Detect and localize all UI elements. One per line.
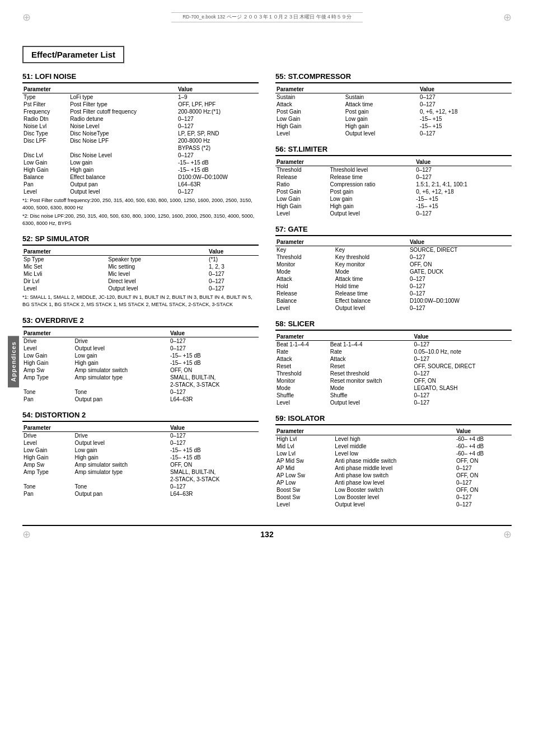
table-row: High GainHigh gain-15– +15 dB bbox=[22, 454, 259, 461]
table-row: ToneTone0–127 bbox=[22, 388, 259, 396]
table-row: Amp TypeAmp simulator typeSMALL, BUILT-I… bbox=[22, 374, 259, 381]
section-58-table: Parameter Value Beat 1-1–4-4Beat 1-1–4-4… bbox=[275, 333, 512, 406]
table-row: SustainSustain0–127 bbox=[275, 93, 512, 101]
section-58: 58: SLICER Parameter Value Beat 1-1–4-4B… bbox=[275, 320, 512, 406]
table-row: LevelOutput level0–127 bbox=[275, 501, 512, 508]
table-row: HoldHold time0–127 bbox=[275, 283, 512, 290]
table-row: Low GainLow gain-15– +15 dB bbox=[22, 447, 259, 454]
table-row: AttackAttack time0–127 bbox=[275, 275, 512, 283]
section-57-title: 57: GATE bbox=[275, 225, 512, 236]
table-row: Beat 1-1–4-4Beat 1-1–4-40–127 bbox=[275, 341, 512, 349]
corner-mark-br: ⊕ bbox=[503, 528, 512, 541]
table-row: PanOutput panL64–63R bbox=[22, 181, 259, 188]
table-row: ResetResetOFF, SOURCE, DIRECT bbox=[275, 363, 512, 370]
table-row: AttackAttack time0–127 bbox=[275, 101, 512, 108]
table-row: ThresholdThreshold level0–127 bbox=[275, 166, 512, 174]
table-row: LevelOutput level0–127 bbox=[275, 210, 512, 217]
page-title: Effect/Parameter List bbox=[31, 50, 115, 59]
table-row: 2-STACK, 3-STACK bbox=[22, 381, 259, 388]
table-row: PanOutput panL64–63R bbox=[22, 490, 259, 497]
table-row: ShuffleShuffle0–127 bbox=[275, 392, 512, 399]
table-row: PanOutput panL64–63R bbox=[22, 396, 259, 403]
table-row: ReleaseRelease time0–127 bbox=[275, 290, 512, 297]
table-row: ToneTone0–127 bbox=[22, 483, 259, 490]
table-row: LevelOutput level0–127 bbox=[275, 304, 512, 312]
table-row: ModeModeLEGATO, SLASH bbox=[275, 384, 512, 392]
table-row: Mic LvliMic level0–127 bbox=[22, 270, 259, 278]
table-row: BYPASS (*2) bbox=[22, 144, 259, 152]
section-51-note2: *2: Disc noise LPF:200, 250, 315, 400, 5… bbox=[22, 213, 259, 227]
section-51-title: 51: LOFI NOISE bbox=[22, 72, 259, 83]
section-59-table: Parameter Value High LvlLevel high-60– +… bbox=[275, 428, 512, 508]
table-row: RatioCompression ratio1.5:1, 2:1, 4:1, 1… bbox=[275, 181, 512, 188]
table-row: RateRate0.05–10.0 Hz, note bbox=[275, 348, 512, 355]
section-51-note1: *1: Post Filter cutoff frequency:200, 25… bbox=[22, 197, 259, 211]
section-53-table: Parameter Value DriveDrive0–127 LevelOut… bbox=[22, 330, 259, 403]
table-row: KeyKeySOURCE, DIRECT bbox=[275, 246, 512, 254]
table-row: Amp SwAmp simulator switchOFF, ON bbox=[22, 461, 259, 468]
table-row: DriveDrive0–127 bbox=[22, 431, 259, 439]
table-row: ThresholdReset threshold0–127 bbox=[275, 370, 512, 377]
table-row: Pst FilterPost Filter typeOFF, LPF, HPF bbox=[22, 101, 259, 108]
table-row: High GainHigh gain-15– +15 bbox=[275, 123, 512, 130]
section-54: 54: DISTORTION 2 Parameter Value DriveDr… bbox=[22, 411, 259, 497]
table-row: Disc TypeDisc NoiseTypeLP, EP, SP, RND bbox=[22, 130, 259, 137]
table-row: Disc LPFDisc Noise LPF200-8000 Hz bbox=[22, 137, 259, 144]
section-59: 59: ISOLATOR Parameter Value High LvlLev… bbox=[275, 414, 512, 508]
section-53-title: 53: OVERDRIVE 2 bbox=[22, 316, 259, 327]
table-row: ThresholdKey threshold0–127 bbox=[275, 253, 512, 261]
section-59-title: 59: ISOLATOR bbox=[275, 414, 512, 425]
table-row: AP LowAnti phase low level0–127 bbox=[275, 479, 512, 486]
col-parameter: Parameter bbox=[22, 86, 69, 93]
table-row: Post GainPost gain0, +6, +12, +18 bbox=[275, 188, 512, 195]
table-row: Low GainLow gain-15– +15 bbox=[275, 195, 512, 203]
table-row: 2-STACK, 3-STACK bbox=[22, 476, 259, 483]
col-value: Value bbox=[177, 86, 259, 93]
section-55-table: Parameter Value SustainSustain0–127 Atta… bbox=[275, 86, 512, 137]
table-row: AttackAttack0–127 bbox=[275, 355, 512, 363]
table-row: MonitorKey monitorOFF, ON bbox=[275, 261, 512, 268]
section-56-table: Parameter Value ThresholdThreshold level… bbox=[275, 158, 512, 217]
table-row: High GainHigh gain-15– +15 bbox=[275, 203, 512, 210]
table-row: LevelOutput level0–127 bbox=[275, 399, 512, 406]
table-row: Low GainLow gain-15– +15 bbox=[275, 115, 512, 123]
section-53: 53: OVERDRIVE 2 Parameter Value DriveDri… bbox=[22, 316, 259, 403]
table-row: High LvlLevel high-60– +4 dB bbox=[275, 435, 512, 443]
table-row: Amp SwAmp simulator switchOFF, ON bbox=[22, 367, 259, 374]
corner-mark-tl: ⊕ bbox=[22, 11, 31, 24]
page-number: 132 bbox=[260, 530, 273, 539]
table-row: Boost SwLow Booster switchOFF, ON bbox=[275, 486, 512, 494]
section-57: 57: GATE Parameter Value KeyKeySOURCE, D… bbox=[275, 225, 512, 312]
table-row: Amp TypeAmp simulator typeSMALL, BUILT-I… bbox=[22, 468, 259, 476]
table-row: BalanceEffect balanceD100:0W–D0:100W bbox=[22, 173, 259, 181]
section-58-title: 58: SLICER bbox=[275, 320, 512, 331]
section-51-table: Parameter Value TypeLoFi type1–9 Pst Fil… bbox=[22, 86, 259, 195]
table-row: Low GainLow gain-15– +15 dB bbox=[22, 159, 259, 166]
section-52-title: 52: SP SIMULATOR bbox=[22, 234, 259, 246]
table-row: High GainHigh gain-15– +15 dB bbox=[22, 359, 259, 367]
table-row: ReleaseRelease time0–127 bbox=[275, 173, 512, 181]
corner-mark-tr: ⊕ bbox=[503, 11, 512, 24]
section-57-table: Parameter Value KeyKeySOURCE, DIRECT Thr… bbox=[275, 238, 512, 312]
table-row: AP Low SwAnti phase low switchOFF, ON bbox=[275, 472, 512, 479]
table-row: MonitorReset monitor switchOFF, ON bbox=[275, 377, 512, 384]
table-row: DriveDrive0–127 bbox=[22, 337, 259, 345]
table-row: Mic SetMic setting1, 2, 3 bbox=[22, 263, 259, 270]
section-56: 56: ST.LIMITER Parameter Value Threshold… bbox=[275, 145, 512, 217]
corner-mark-bl: ⊕ bbox=[22, 528, 31, 541]
table-row: AP Mid SwAnti phase middle switchOFF, ON bbox=[275, 457, 512, 464]
table-row: ModeModeGATE, DUCK bbox=[275, 268, 512, 275]
table-row: Post GainPost gain0, +6, +12, +18 bbox=[275, 108, 512, 115]
section-54-table: Parameter Value DriveDrive0–127 LevelOut… bbox=[22, 424, 259, 497]
table-row: Boost SwLow Booster level0–127 bbox=[275, 494, 512, 501]
top-info: RD-700_e.book 132 ページ ２００３年１０月２３日 木曜日 午後… bbox=[171, 12, 363, 22]
table-row: LevelOutput level0–127 bbox=[22, 188, 259, 195]
section-52: 52: SP SIMULATOR Parameter Value Sp Type… bbox=[22, 234, 259, 308]
table-row: LevelOutput level0–127 bbox=[22, 285, 259, 292]
section-52-table: Parameter Value Sp TypeSpeaker type(*1) … bbox=[22, 248, 259, 292]
table-row: High GainHigh gain-15– +15 dB bbox=[22, 166, 259, 173]
table-row: TypeLoFi type1–9 bbox=[22, 93, 259, 101]
section-55-title: 55: ST.COMPRESSOR bbox=[275, 72, 512, 83]
section-header-box: Effect/Parameter List bbox=[22, 46, 124, 63]
section-56-title: 56: ST.LIMITER bbox=[275, 145, 512, 156]
